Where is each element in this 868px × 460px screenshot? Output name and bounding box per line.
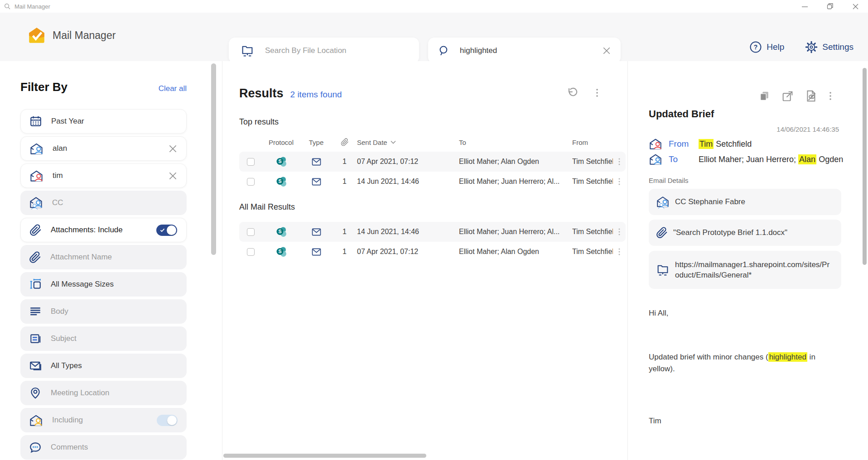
from-value: Tim Setchfield	[699, 139, 752, 149]
result-row[interactable]: S 1 14 Jun 2021, 14:46 Elliot Maher; Jua…	[239, 172, 626, 192]
remove-filter-alan-icon[interactable]	[169, 144, 177, 153]
recipient-red-icon	[29, 169, 43, 182]
filter-body[interactable]: Body	[20, 299, 187, 324]
sidebar-scrollbar[interactable]	[211, 63, 216, 255]
result-row[interactable]: S 1 07 Apr 2021, 07:12 Elliot Maher; Ala…	[239, 242, 626, 262]
column-sent-date[interactable]: Sent Date	[357, 139, 459, 146]
email-type-icon	[312, 158, 321, 166]
row-menu-icon[interactable]	[613, 158, 626, 165]
column-type: Type	[300, 139, 332, 146]
result-row[interactable]: S 1 14 Jun 2021, 14:46 Elliot Maher; Jua…	[239, 222, 626, 242]
gear-icon	[805, 41, 818, 53]
filter-alan[interactable]: alan	[20, 136, 187, 161]
search-input[interactable]: highlighted	[428, 38, 621, 63]
window-titlebar: Mail Manager	[0, 0, 868, 13]
preview-menu-icon[interactable]	[829, 91, 832, 101]
row-menu-icon[interactable]	[613, 248, 626, 255]
filter-past-year[interactable]: Past Year	[20, 109, 187, 134]
row-checkbox[interactable]	[247, 248, 255, 256]
svg-text:S: S	[278, 249, 281, 254]
attachment-count: 1	[332, 248, 357, 256]
email-body-greeting: Hi All,	[649, 309, 853, 318]
paperclip-icon	[29, 251, 41, 264]
help-button[interactable]: ? Help	[749, 41, 784, 53]
filter-label: tim	[53, 171, 63, 180]
minimize-button[interactable]	[792, 0, 817, 13]
filter-attachment-name[interactable]: Attachment Name	[20, 245, 187, 269]
file-location-detail-card[interactable]: https://mailmanager1.sharepoint.com/site…	[649, 251, 841, 289]
filter-label: Subject	[51, 334, 77, 343]
settings-button[interactable]: Settings	[805, 41, 854, 53]
filter-label: Meeting Location	[51, 388, 109, 398]
filter-attachments-include[interactable]: Attachments: Include	[20, 218, 187, 242]
paperclip-icon	[29, 224, 42, 236]
refresh-icon[interactable]	[566, 86, 579, 99]
filter-label: Including	[52, 416, 83, 425]
check-icon	[160, 228, 165, 232]
row-menu-icon[interactable]	[613, 228, 626, 235]
to-cell: Elliot Maher; Alan Ogden	[459, 158, 572, 166]
to-label: To	[669, 154, 692, 164]
filter-label: Attachments: Include	[51, 225, 123, 235]
close-window-button[interactable]	[843, 0, 868, 13]
hide-preview-icon[interactable]	[805, 89, 818, 103]
attachment-count: 1	[332, 177, 357, 186]
from-cell: Tim Setchfield	[572, 158, 613, 166]
results-table-header: Protocol Type Sent Date To From	[239, 134, 626, 150]
sharepoint-icon: S	[275, 176, 287, 187]
settings-label: Settings	[822, 42, 854, 52]
results-menu-icon[interactable]	[596, 88, 598, 97]
filter-tim[interactable]: tim	[20, 163, 187, 188]
preview-scrollbar[interactable]	[863, 68, 867, 265]
filter-label: CC	[52, 198, 63, 207]
email-type-icon	[312, 178, 321, 186]
sharepoint-icon: S	[275, 246, 287, 258]
clear-all-link[interactable]: Clear all	[159, 84, 187, 93]
column-attachments-icon	[332, 138, 357, 146]
file-location-search-input[interactable]: Search By File Location	[229, 38, 419, 63]
filter-all-types[interactable]: All Types	[20, 354, 187, 378]
recipient-yellow-icon	[29, 414, 43, 427]
row-checkbox[interactable]	[247, 228, 255, 236]
results-panel: Results 2 items found Top results Protoc…	[222, 61, 628, 460]
to-row: To Elliot Maher; Juan Herrero; Alan Ogde…	[649, 152, 853, 167]
column-to: To	[459, 139, 572, 146]
clear-search-icon[interactable]	[603, 47, 621, 55]
filter-comments[interactable]: Comments	[20, 435, 187, 460]
filter-message-sizes[interactable]: All Message Sizes	[20, 272, 187, 297]
top-results-heading: Top results	[239, 117, 625, 127]
cc-recipients-icon	[29, 196, 43, 210]
body-lines-icon	[29, 305, 42, 318]
result-row[interactable]: S 1 07 Apr 2021, 07:12 Elliot Maher; Ala…	[239, 152, 626, 172]
open-external-icon[interactable]	[781, 90, 794, 102]
column-protocol: Protocol	[262, 139, 300, 146]
attachment-detail-card[interactable]: "Search Prototype Brief 1.1.docx"	[649, 220, 841, 246]
filter-label: Comments	[51, 443, 88, 452]
mail-manager-logo	[27, 26, 46, 44]
attachments-toggle[interactable]	[156, 225, 177, 236]
sharepoint-icon: S	[275, 156, 287, 168]
filter-by-title: Filter By	[20, 80, 68, 94]
help-icon: ?	[749, 41, 762, 53]
filter-including[interactable]: Including	[20, 408, 187, 432]
filter-subject[interactable]: Subject	[20, 326, 187, 351]
row-menu-icon[interactable]	[613, 178, 626, 185]
email-body-signature: Tim	[649, 417, 853, 426]
sent-date-cell: 14 Jun 2021, 14:46	[357, 177, 459, 186]
sharepoint-icon: S	[275, 226, 287, 238]
from-sender-icon	[649, 138, 662, 150]
filter-label: Attachment Name	[50, 253, 112, 262]
email-timestamp: 14/06/2021 14:46:35	[649, 125, 839, 133]
row-checkbox[interactable]	[247, 178, 255, 186]
filter-meeting-location[interactable]: Meeting Location	[20, 381, 187, 405]
row-checkbox[interactable]	[247, 158, 255, 166]
message-size-icon	[29, 278, 42, 291]
results-horizontal-scrollbar[interactable]	[223, 454, 426, 458]
remove-filter-tim-icon[interactable]	[169, 172, 177, 180]
svg-text:S: S	[278, 158, 281, 164]
filter-cc[interactable]: CC	[20, 191, 187, 215]
results-count: 2 items found	[290, 90, 342, 100]
restore-button[interactable]	[817, 0, 843, 13]
including-toggle[interactable]	[157, 415, 178, 426]
copy-icon[interactable]	[758, 90, 771, 102]
